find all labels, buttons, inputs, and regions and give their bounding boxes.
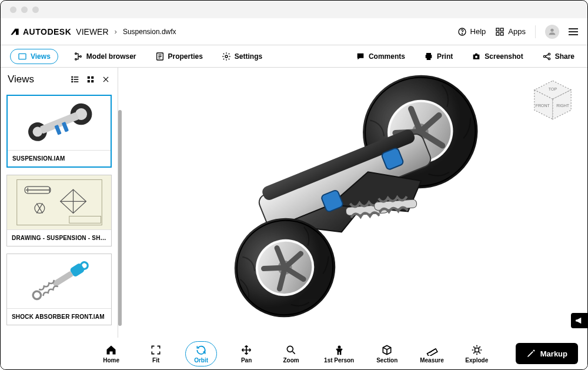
app-header: AUTODESK VIEWER › Suspension.dwfx Help A…	[1, 18, 587, 45]
svg-point-13	[475, 55, 477, 58]
nav-explode-label: Explode	[465, 357, 488, 364]
svg-rect-22	[88, 80, 90, 82]
nav-section-label: Section	[376, 357, 397, 364]
brand-name: AUTODESK	[23, 27, 71, 36]
main-area: Views	[1, 68, 587, 338]
svg-point-6	[550, 28, 553, 31]
print-button[interactable]: Print	[420, 49, 456, 64]
svg-point-58	[287, 346, 293, 352]
brand-product: VIEWER	[76, 27, 108, 36]
help-button[interactable]: Help	[457, 27, 486, 36]
thumbnail-label: SHOCK ABSORBER FRONT.IAM	[7, 308, 111, 325]
tab-properties-label: Properties	[168, 52, 203, 61]
svg-rect-23	[91, 80, 93, 82]
tab-views[interactable]: Views	[10, 49, 58, 64]
tree-icon	[74, 52, 83, 61]
markup-button[interactable]: Markup	[516, 343, 578, 364]
apps-button[interactable]: Apps	[495, 27, 526, 36]
nav-explode[interactable]: Explode	[462, 342, 492, 366]
svg-rect-20	[88, 76, 90, 79]
comments-label: Comments	[369, 52, 405, 61]
svg-point-19	[72, 81, 73, 82]
tab-model-browser-label: Model browser	[86, 52, 136, 61]
svg-point-10	[79, 55, 81, 57]
screenshot-label: Screenshot	[485, 52, 523, 61]
views-icon	[18, 52, 27, 61]
traffic-light-max[interactable]	[32, 6, 39, 13]
print-icon	[424, 52, 433, 61]
svg-point-1	[462, 33, 462, 34]
tab-settings-label: Settings	[235, 52, 262, 61]
traffic-light-min[interactable]	[21, 6, 28, 13]
sidebar-title: Views	[8, 74, 34, 85]
markup-label: Markup	[540, 349, 567, 358]
thumbnail-shock-absorber[interactable]: SHOCK ABSORBER FRONT.IAM	[6, 254, 112, 325]
model-canvas[interactable]	[118, 68, 587, 338]
comment-icon	[356, 52, 365, 61]
svg-point-12	[225, 55, 228, 58]
window-titlebar	[1, 1, 587, 18]
breadcrumb-filename: Suspension.dwfx	[123, 28, 176, 36]
user-avatar[interactable]	[545, 25, 559, 39]
svg-rect-37	[52, 271, 73, 288]
viewport[interactable]: TOP FRONT RIGHT	[118, 68, 587, 338]
properties-icon	[155, 52, 165, 61]
view-cube[interactable]: TOP FRONT RIGHT	[530, 77, 576, 123]
thumbnail-label: DRAWING - SUSPENSION - SHEET2…	[7, 229, 111, 246]
viewcube-top: TOP	[549, 87, 557, 91]
primary-toolbar: Views Model browser Properties Settings	[1, 45, 587, 68]
svg-point-8	[75, 53, 76, 55]
svg-point-17	[72, 76, 73, 78]
nav-pan[interactable]: Pan	[231, 342, 262, 366]
svg-rect-60	[427, 348, 437, 355]
nav-orbit[interactable]: Orbit	[185, 341, 217, 366]
close-icon[interactable]	[101, 75, 111, 84]
viewcube-right: RIGHT	[556, 104, 570, 108]
viewcube-front: FRONT	[536, 104, 550, 108]
nav-fit-label: Fit	[152, 357, 159, 364]
tab-model-browser[interactable]: Model browser	[70, 49, 140, 64]
svg-rect-4	[496, 32, 499, 35]
gear-icon	[222, 52, 231, 61]
svg-point-18	[72, 79, 73, 80]
svg-rect-61	[475, 348, 479, 352]
svg-point-59	[338, 345, 340, 348]
divider	[535, 25, 536, 38]
svg-rect-34	[69, 216, 101, 224]
camera-icon	[472, 52, 481, 61]
grid-view-icon[interactable]	[86, 75, 95, 84]
thumbnail-drawing[interactable]: DRAWING - SUSPENSION - SHEET2…	[6, 175, 112, 246]
nav-section[interactable]: Section	[372, 342, 402, 366]
autodesk-logo-icon	[10, 27, 19, 36]
nav-measure[interactable]: Measure	[416, 342, 447, 366]
nav-orbit-label: Orbit	[194, 357, 208, 364]
tab-settings[interactable]: Settings	[218, 49, 266, 64]
svg-point-38	[31, 290, 42, 301]
svg-rect-7	[19, 54, 26, 59]
share-icon	[542, 52, 552, 61]
nav-home[interactable]: Home	[96, 342, 126, 366]
menu-button[interactable]	[569, 28, 578, 35]
navigation-toolbar: Home Fit Orbit Pan Zoom 1st Person Secti…	[1, 338, 587, 369]
feedback-tab[interactable]	[571, 313, 587, 328]
nav-fit[interactable]: Fit	[141, 342, 171, 366]
svg-point-9	[75, 58, 76, 60]
help-label: Help	[470, 27, 486, 36]
comments-button[interactable]: Comments	[352, 49, 409, 64]
nav-zoom[interactable]: Zoom	[276, 342, 306, 366]
tab-properties[interactable]: Properties	[152, 49, 206, 64]
svg-rect-2	[496, 28, 499, 31]
nav-first-person[interactable]: 1st Person	[320, 342, 358, 366]
traffic-light-close[interactable]	[10, 6, 16, 13]
print-label: Print	[437, 52, 453, 61]
svg-rect-3	[501, 28, 504, 31]
thumbnail-suspension[interactable]: SUSPENSION.IAM	[6, 95, 112, 168]
nav-first-person-label: 1st Person	[324, 357, 354, 364]
list-view-icon[interactable]	[71, 75, 80, 84]
share-label: Share	[555, 52, 574, 61]
help-icon	[457, 27, 467, 36]
apps-grid-icon	[495, 27, 505, 36]
screenshot-button[interactable]: Screenshot	[468, 49, 526, 64]
share-button[interactable]: Share	[539, 49, 578, 64]
svg-rect-5	[501, 32, 504, 35]
